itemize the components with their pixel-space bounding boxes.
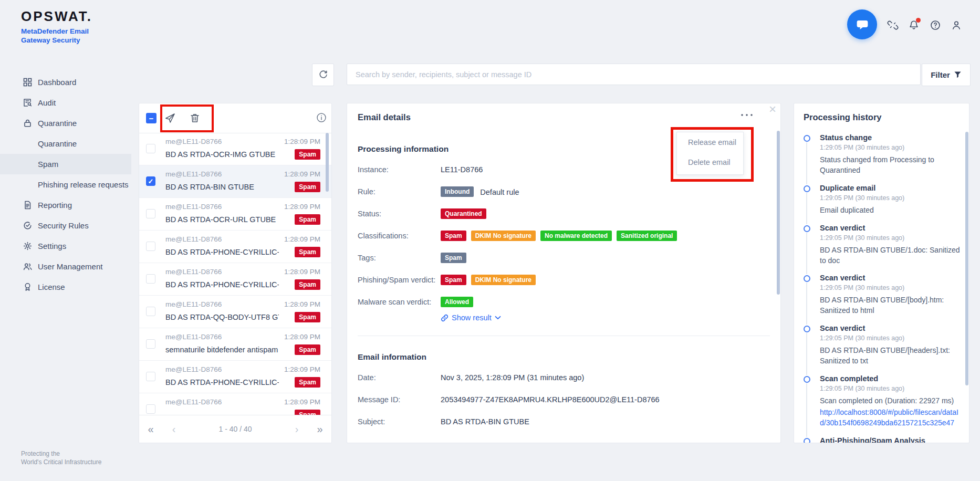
spam-badge: Spam xyxy=(295,377,320,388)
pagination-range: 1 - 40 / 40 xyxy=(185,425,285,433)
history-item: Status change 1:29:05 PM (30 minutes ago… xyxy=(804,133,962,184)
sidebar-item-spam[interactable]: Spam xyxy=(0,154,131,174)
gear-icon xyxy=(23,242,32,250)
history-scrollbar[interactable] xyxy=(965,132,968,385)
row-subject: BD AS RTDA-PHONE-CYRILLIC-1 GTUBE xyxy=(165,248,279,256)
sidebar-item-user-management[interactable]: User Management xyxy=(0,256,131,277)
row-checkbox[interactable] xyxy=(146,209,155,218)
row-sender: me@LE11-D8766 xyxy=(165,170,222,178)
history-item-title: Scan verdict xyxy=(820,274,962,282)
field-label: Classifications: xyxy=(358,231,441,240)
help-button[interactable] xyxy=(930,19,941,31)
history-item-link[interactable]: http://localhost:8008/#/public/filescan/… xyxy=(820,407,962,428)
details-title: Email details xyxy=(358,112,411,122)
person-icon xyxy=(951,19,962,31)
filter-button-label: Filter xyxy=(931,70,950,79)
timeline-dot-icon xyxy=(804,135,810,142)
row-subject: BD AS RTDA-PHONE-CYRILLIC-5-2 G... xyxy=(165,280,279,289)
sidebar-item-quarantine-sub[interactable]: Quarantine xyxy=(0,133,131,154)
history-item: Scan verdict 1:29:05 PM (30 minutes ago)… xyxy=(804,224,962,274)
show-result-label: Show result xyxy=(452,313,492,322)
classification-badges: SpamDKIM No signatureNo malware detected… xyxy=(441,231,677,241)
sidebar-item-phishing-release-requests[interactable]: Phishing release requests xyxy=(0,174,131,195)
field-label: Tags: xyxy=(358,253,441,262)
field-label: Instance: xyxy=(358,164,441,174)
rule-badges: Inbound xyxy=(441,186,474,197)
row-checkbox[interactable] xyxy=(146,242,155,251)
refresh-button[interactable] xyxy=(312,64,334,86)
malware-badges: Allowed xyxy=(441,297,473,307)
lock-icon xyxy=(23,119,32,128)
last-page-button[interactable]: » xyxy=(308,423,331,435)
email-list-row[interactable]: me@LE11-D8766 BD AS RTDA-OCR-IMG GTUBE 1… xyxy=(139,133,331,165)
email-list-row[interactable]: me@LE11-D8766 semnaturile bitdefender an… xyxy=(139,328,331,361)
users-icon xyxy=(23,262,32,271)
chat-button[interactable] xyxy=(847,9,877,39)
history-item-time: 1:29:05 PM (30 minutes ago) xyxy=(820,385,962,392)
sidebar-item-label: Audit xyxy=(38,98,56,107)
delete-email-menu-item[interactable]: Delete email xyxy=(677,152,743,172)
tag-badges: Spam xyxy=(441,253,466,263)
dashboard-grid-icon xyxy=(23,78,32,87)
email-list-row[interactable]: me@LE11-D8766 BD AS RTDA-OCR-URL GTUBE 1… xyxy=(139,198,331,231)
sidebar-item-security-rules[interactable]: Security Rules xyxy=(0,215,131,236)
list-info-button[interactable] xyxy=(316,112,327,123)
next-page-button[interactable]: › xyxy=(285,423,308,435)
row-checkbox[interactable] xyxy=(146,144,155,153)
prev-page-button[interactable]: ‹ xyxy=(162,423,185,435)
spam-badge: Spam xyxy=(295,214,320,225)
release-selected-button[interactable] xyxy=(164,112,176,124)
row-checkbox[interactable] xyxy=(146,404,155,414)
row-subject: BD AS RTDA-QQ-BODY-UTF8 GTUBE xyxy=(165,313,279,321)
row-time: 1:28:09 PM xyxy=(284,333,320,341)
email-list-row[interactable]: me@LE11-D8766 BD AS RTDA-PHONE-CYRILLIC-… xyxy=(139,361,331,393)
app-root: OPSWAT. MetaDefender Email Gateway Secur… xyxy=(0,0,980,481)
sidebar-item-reporting[interactable]: Reporting xyxy=(0,195,131,215)
timeline-dot-icon xyxy=(804,275,810,282)
sidebar-item-quarantine[interactable]: Quarantine xyxy=(0,113,131,133)
row-checkbox[interactable] xyxy=(146,339,155,349)
release-email-menu-item[interactable]: Release email xyxy=(677,132,743,152)
integration-link-button[interactable] xyxy=(887,19,899,31)
malware-badge: Allowed xyxy=(441,297,473,307)
notifications-button[interactable] xyxy=(908,19,920,31)
email-list-row[interactable]: me@LE11-D8766 BD AS RTDA-PHONE-CYRILLIC-… xyxy=(139,231,331,263)
pagination-bar: « ‹ 1 - 40 / 40 › » xyxy=(139,415,331,443)
phishing-verdict-field: Phishing/Spam verdict: SpamDKIM No signa… xyxy=(358,275,770,286)
message-id-value: 2053494977-Z47EK8APMRU4.KRLHP8E600UD2@LE… xyxy=(441,394,660,404)
sidebar-item-settings[interactable]: Settings xyxy=(0,236,131,256)
close-details-icon[interactable]: × xyxy=(766,103,779,116)
show-result-link[interactable]: Show result xyxy=(441,313,770,322)
menu-highlight-box: Release email Delete email xyxy=(671,127,754,182)
spam-badge: Spam xyxy=(295,182,320,192)
notification-badge-dot xyxy=(916,18,921,23)
sidebar-item-license[interactable]: License xyxy=(0,277,131,297)
status-field: Status: Quarantined xyxy=(358,208,770,220)
email-list-row[interactable]: me@LE11-D8766 BD AS RTDA-PHONE-CYRILLIC-… xyxy=(139,263,331,296)
row-checkbox[interactable] xyxy=(146,274,155,284)
more-actions-button[interactable] xyxy=(739,103,755,117)
sidebar-item-label: Phishing release requests xyxy=(38,180,129,189)
tag-badge: Spam xyxy=(441,253,466,263)
history-item-title: Duplicate email xyxy=(820,184,962,192)
row-checkbox[interactable] xyxy=(146,307,155,316)
history-item-title: Scan verdict xyxy=(820,324,962,332)
chevron-down-icon xyxy=(495,316,501,320)
details-scrollbar[interactable] xyxy=(777,131,780,295)
field-label: Status: xyxy=(358,208,441,218)
sidebar-item-audit[interactable]: Audit xyxy=(0,92,131,113)
chat-bubble-icon xyxy=(854,17,870,33)
email-list-scrollbar[interactable] xyxy=(326,133,329,192)
email-list-row[interactable]: me@LE11-D8766 BD AS RTDA-BIN GTUBE 1:28:… xyxy=(139,165,331,198)
first-page-button[interactable]: « xyxy=(139,423,162,435)
status-badge: Quarantined xyxy=(441,208,486,219)
row-checkbox[interactable] xyxy=(146,372,155,381)
account-button[interactable] xyxy=(951,19,962,31)
row-checkbox[interactable] xyxy=(146,176,155,186)
email-list-row[interactable]: me@LE11-D8766 BD AS RTDA-QQ-BODY-UTF8 GT… xyxy=(139,296,331,328)
sidebar-item-dashboard[interactable]: Dashboard xyxy=(0,72,131,92)
search-input[interactable] xyxy=(347,64,921,85)
select-all-checkbox[interactable]: − xyxy=(146,113,157,123)
filter-button[interactable]: Filter xyxy=(922,64,971,86)
delete-selected-button[interactable] xyxy=(189,112,201,124)
